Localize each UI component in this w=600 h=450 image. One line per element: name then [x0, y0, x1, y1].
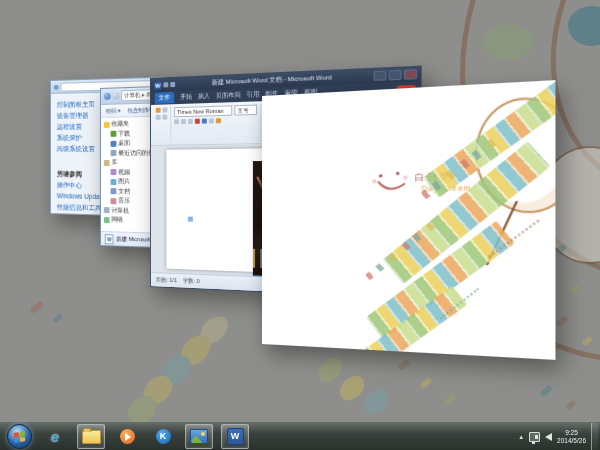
taskbar-item-kugou[interactable]: K	[149, 424, 177, 449]
taskbar-item-photo-app[interactable]	[185, 424, 213, 449]
undo-icon	[170, 82, 175, 87]
favorites-icon	[104, 122, 110, 128]
photo-app-icon	[190, 429, 208, 444]
documents-icon	[111, 188, 117, 194]
font-name-box: Times New Roman	[174, 105, 232, 117]
tab-insert: 插入	[198, 92, 210, 102]
windows-orb-icon	[7, 424, 32, 449]
tab-references: 引用	[247, 90, 260, 100]
clock-date: 2014/5/26	[557, 437, 586, 445]
desktop-icon	[111, 141, 117, 147]
taskbar-item-ie[interactable]: e	[41, 424, 69, 449]
pictures-icon	[111, 179, 117, 185]
clock[interactable]: 9:25 2014/5/26	[557, 429, 586, 445]
desktop-screen: 控制面板主页 设备管理器 远程设置 系统保护 高级系统设置 另请参阅 操作中心 …	[0, 0, 600, 450]
back-icon	[54, 84, 59, 89]
close-icon	[404, 69, 417, 80]
tab-file: 文件	[155, 92, 174, 104]
videos-icon	[111, 169, 117, 175]
word-count: 字数: 0	[183, 277, 200, 285]
clock-time: 9:25	[557, 429, 586, 437]
save-icon	[163, 82, 168, 87]
folder-icon	[82, 430, 101, 444]
tab-page-layout: 页面布局	[216, 91, 241, 101]
minimize-icon	[374, 71, 387, 81]
maximize-icon	[389, 70, 402, 81]
forward-icon	[112, 92, 119, 99]
cursor-mark	[188, 217, 193, 222]
tab-home: 开始	[180, 92, 192, 102]
internet-explorer-icon: e	[51, 429, 59, 444]
taskbar-item-explorer[interactable]	[77, 424, 105, 449]
start-button[interactable]	[5, 424, 33, 449]
show-desktop-button[interactable]	[591, 423, 598, 450]
taskbar: e K W ▲ 9:25 2014/5/26	[0, 422, 600, 450]
downloads-icon	[111, 131, 117, 137]
word-app-icon: W	[154, 81, 162, 89]
volume-icon[interactable]	[545, 433, 552, 441]
taskbar-item-word[interactable]: W	[221, 424, 249, 449]
word-icon: W	[227, 428, 244, 445]
font-size-box: 五号	[234, 105, 257, 116]
k-icon: K	[156, 429, 171, 444]
libraries-icon	[104, 160, 110, 166]
music-icon	[111, 198, 117, 204]
window-desktop-daydream[interactable]: 白日梦 Day Dream	[262, 80, 555, 360]
clipboard-group	[153, 106, 171, 143]
back-icon	[104, 93, 111, 100]
organize-menu: 组织 ▾	[106, 107, 121, 114]
play-icon	[120, 429, 135, 444]
word-doc-icon: W	[105, 234, 114, 244]
taskbar-item-media-player[interactable]	[113, 424, 141, 449]
computer-icon	[104, 207, 110, 213]
smiley-face	[368, 167, 415, 202]
recent-places-icon	[111, 150, 117, 156]
font-group: Times New Roman 五号	[171, 103, 261, 142]
page-indicator: 页面: 1/1	[156, 276, 177, 284]
hidden-icons-arrow[interactable]: ▲	[518, 434, 524, 440]
flip3d-stack: 控制面板主页 设备管理器 远程设置 系统保护 高级系统设置 另请参阅 操作中心 …	[0, 0, 600, 450]
network-icon	[104, 217, 110, 223]
